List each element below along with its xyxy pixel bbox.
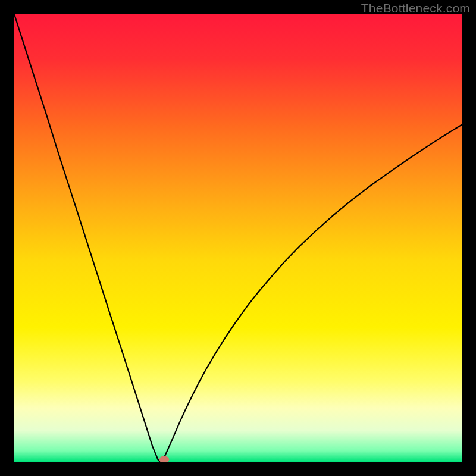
gradient-background xyxy=(14,14,462,462)
watermark-text: TheBottleneck.com xyxy=(361,1,470,15)
plot-area xyxy=(14,14,462,462)
chart-svg xyxy=(14,14,462,462)
chart-frame: TheBottleneck.com xyxy=(0,0,476,476)
